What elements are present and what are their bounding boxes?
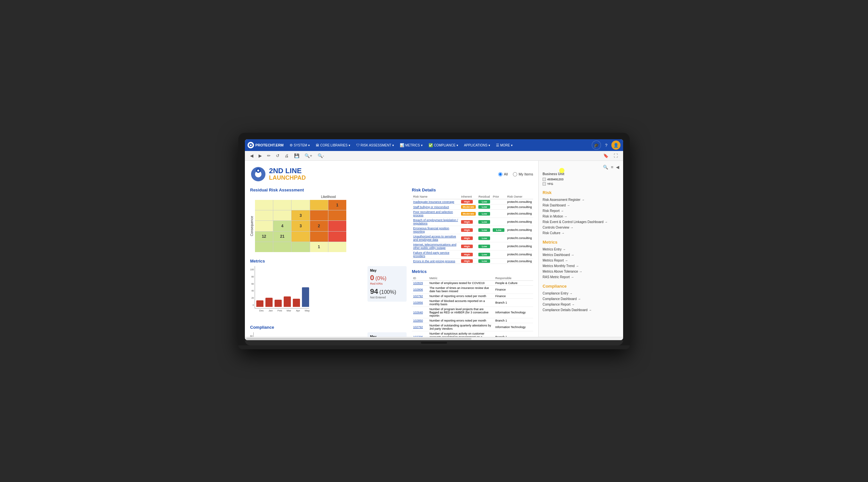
metric-id-link[interactable]: 102792	[413, 295, 423, 298]
brand-text: 2ND LINE LAUNCHPAD	[269, 167, 306, 181]
search-icon[interactable]: 🔍	[603, 165, 608, 170]
nav-core-libraries[interactable]: 🏛 CORE LIBRARIES ▾	[313, 139, 353, 151]
nav-compliance[interactable]: ✅ COMPLIANCE ▾	[426, 139, 461, 151]
bookmark-icon[interactable]: 🔖	[602, 153, 610, 159]
col-id: ID	[412, 276, 428, 281]
print-btn[interactable]: 🖨	[283, 153, 290, 159]
risk-residual: Low	[477, 259, 491, 264]
risk-matrix-grid: 1343212211	[255, 200, 346, 252]
nav-metrics[interactable]: 📊 METRICS ▾	[397, 139, 425, 151]
sidebar-metrics-link[interactable]: Metrics Above Tolerance →	[542, 269, 619, 274]
sidebar-metrics-link[interactable]: Metrics Monthly Trend →	[542, 263, 619, 269]
sidebar-risk-link[interactable]: Risk Event & Control Linkages Dashboard …	[542, 219, 619, 225]
biz-unit-label: YFG	[547, 182, 553, 186]
matrix-cell-4-3: 1	[310, 242, 328, 252]
risk-name-link[interactable]: Inadequate insurance coverage	[413, 200, 454, 204]
risk-name-link[interactable]: Errors in the unit pricing process	[413, 260, 455, 263]
filter-all[interactable]: All	[498, 172, 508, 176]
filter-my-items[interactable]: My Items	[513, 172, 533, 176]
metric-id-link[interactable]: 102856	[413, 301, 423, 304]
sidebar-compliance-link[interactable]: Compliance Entry →	[542, 291, 619, 296]
forward-btn[interactable]: ▶	[257, 153, 263, 159]
sidebar-metrics-link[interactable]: RAS Metric Report →	[542, 274, 619, 280]
help-icon[interactable]: ?	[601, 141, 611, 150]
metric-name: Number of suspicious activity on custome…	[428, 331, 494, 337]
risk-inherent: Moderate	[460, 210, 477, 218]
metric-id-link[interactable]: 102806	[413, 288, 423, 291]
sidebar-top-icons: 🔍 ≡ ◀	[542, 165, 619, 170]
sidebar-metrics-title: Metrics	[542, 240, 619, 245]
risk-residual: Low	[477, 234, 491, 242]
refresh-btn[interactable]: ↺	[275, 153, 281, 159]
nav-applications[interactable]: APPLICATIONS ▾	[461, 139, 493, 151]
risk-name-link[interactable]: Breach of employment legislation / regul…	[413, 218, 458, 225]
biz-unit-check[interactable]	[542, 178, 546, 181]
metric-id-link[interactable]: 102792	[413, 326, 423, 329]
risk-badge: Low	[478, 212, 490, 216]
nav-risk-assessment[interactable]: 🛡 RISK ASSESSMENT ▾	[353, 139, 397, 151]
metric-id-link[interactable]: 102850	[413, 319, 423, 322]
x-label: Jan	[267, 309, 274, 312]
sidebar-compliance-link[interactable]: Compliance Details Dashboard →	[542, 307, 619, 313]
col-owner: Risk Owner	[506, 194, 533, 199]
save-btn[interactable]: 💾	[293, 153, 301, 159]
sidebar-risk-link[interactable]: Risk Dashboard →	[542, 203, 619, 208]
risk-badge: Low	[478, 245, 490, 248]
sidebar-compliance-link[interactable]: Compliance Dashboard →	[542, 296, 619, 302]
sidebar-compliance-link[interactable]: Compliance Report →	[542, 302, 619, 307]
sidebar-metrics-link[interactable]: Metrics Dashboard →	[542, 252, 619, 258]
risk-owner: protecht.consulting	[506, 259, 533, 264]
sidebar-risk-link[interactable]: Risk Report →	[542, 208, 619, 214]
table-row: Errors in the unit pricing processHighLo…	[412, 259, 533, 264]
sidebar-risk-link[interactable]: Risk Culture →	[542, 230, 619, 236]
metric-id-link[interactable]: 102796	[413, 335, 423, 337]
fullscreen-icon[interactable]: ⛶	[612, 153, 619, 159]
risk-residual: Low	[477, 199, 491, 205]
h-scrollbar[interactable]	[246, 338, 471, 340]
table-row: Erroneous financial position reportingHi…	[412, 226, 533, 234]
edit-btn[interactable]: ✏	[266, 153, 272, 159]
filter-icon[interactable]: ≡	[611, 165, 613, 170]
sidebar-metrics-link[interactable]: Metrics Entry →	[542, 246, 619, 252]
risk-name-link[interactable]: Staff bullying or misconduct	[413, 206, 449, 209]
risk-badge: Low	[478, 228, 490, 232]
risk-name-link[interactable]: Erroneous financial position reporting	[413, 227, 449, 233]
metric-id-link[interactable]: 102829	[413, 281, 423, 285]
nav-more[interactable]: ☰ MORE ▾	[493, 139, 515, 151]
metrics-table-header: ID Metric Responsible	[412, 276, 533, 281]
sidebar-risk-link[interactable]: Risk Assessment Register →	[542, 197, 619, 203]
metric-id-link[interactable]: 102640	[413, 311, 423, 314]
back-btn[interactable]: ◀	[249, 153, 255, 159]
sidebar-risk-link[interactable]: Controls Overview →	[542, 225, 619, 230]
metric-name: The number of times an insurance review …	[428, 286, 494, 294]
sidebar-risk-link[interactable]: Risk in Motion →	[542, 214, 619, 219]
graduation-icon[interactable]: 🎓	[592, 141, 601, 150]
risk-name-link[interactable]: Unauthorized access to sensitive and emp…	[413, 235, 456, 241]
risk-icon: 🛡	[356, 143, 360, 147]
risk-table-header: Risk Name Inherent Residual Prior Risk O…	[412, 194, 533, 199]
sidebar-metrics-link[interactable]: Metrics Report →	[542, 258, 619, 263]
risk-name-link[interactable]: Poor recruitment and selection process	[413, 210, 453, 217]
risk-owner: protecht.consulting	[506, 205, 533, 210]
biz-unit-check[interactable]	[542, 182, 546, 186]
bar	[275, 300, 282, 307]
user-icon[interactable]: 👤	[611, 141, 621, 150]
matrix-cell-1-2: 3	[291, 210, 309, 220]
risk-prior	[491, 250, 506, 259]
risk-owner: protecht.consulting	[506, 242, 533, 250]
matrix-cell-2-1: 4	[273, 221, 291, 231]
nav-system[interactable]: ⚙ SYSTEM ▾	[287, 139, 312, 151]
risk-badge: Moderate	[461, 205, 476, 209]
y-axis-labels: 100 80 60 40 20 0	[250, 266, 254, 308]
nav-logo[interactable]: PROTECHT.ERM	[247, 142, 284, 148]
zoom-in-btn[interactable]: 🔍+	[303, 153, 314, 159]
collapse-icon[interactable]: ◀	[616, 165, 619, 170]
col-risk-name: Risk Name	[412, 194, 460, 199]
toolbar-right: 🔖 ⛶	[602, 153, 619, 159]
risk-name-link[interactable]: Internet, telecommunications and other p…	[413, 243, 457, 249]
risk-residual: Low	[477, 226, 491, 234]
zoom-out-btn[interactable]: 🔍-	[316, 153, 326, 159]
bar	[284, 296, 291, 307]
risk-name-link[interactable]: Failure of third party service providers	[413, 251, 449, 258]
risk-badge: High	[461, 220, 473, 224]
